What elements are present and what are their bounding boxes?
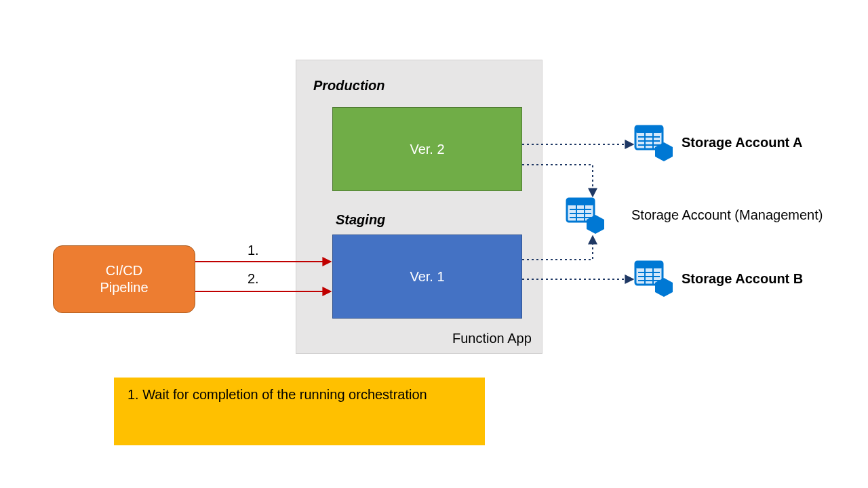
- cicd-pipeline-box: CI/CD Pipeline: [53, 245, 195, 313]
- svg-rect-9: [567, 199, 594, 205]
- svg-rect-1: [635, 126, 663, 133]
- production-version-label: Ver. 2: [410, 142, 444, 157]
- step-2-label: 2.: [248, 271, 259, 287]
- staging-version-label: Ver. 1: [410, 269, 444, 285]
- production-slot-label: Production: [313, 78, 385, 94]
- production-version-box: Ver. 2: [332, 107, 522, 191]
- staging-slot-label: Staging: [336, 212, 385, 228]
- storage-a-label: Storage Account A: [682, 135, 803, 150]
- storage-management-label: Storage Account (Management): [631, 207, 823, 223]
- note-text: 1. Wait for completion of the running or…: [127, 387, 427, 403]
- svg-rect-17: [635, 262, 663, 268]
- function-app-label: Function App: [452, 331, 532, 346]
- storage-a-icon: [634, 125, 675, 165]
- staging-version-box: Ver. 1: [332, 235, 522, 319]
- storage-management-icon: [566, 197, 606, 237]
- note-box: 1. Wait for completion of the running or…: [114, 378, 485, 445]
- storage-b-label: Storage Account B: [682, 271, 803, 287]
- storage-b-icon: [634, 260, 675, 300]
- step-1-label: 1.: [248, 243, 259, 258]
